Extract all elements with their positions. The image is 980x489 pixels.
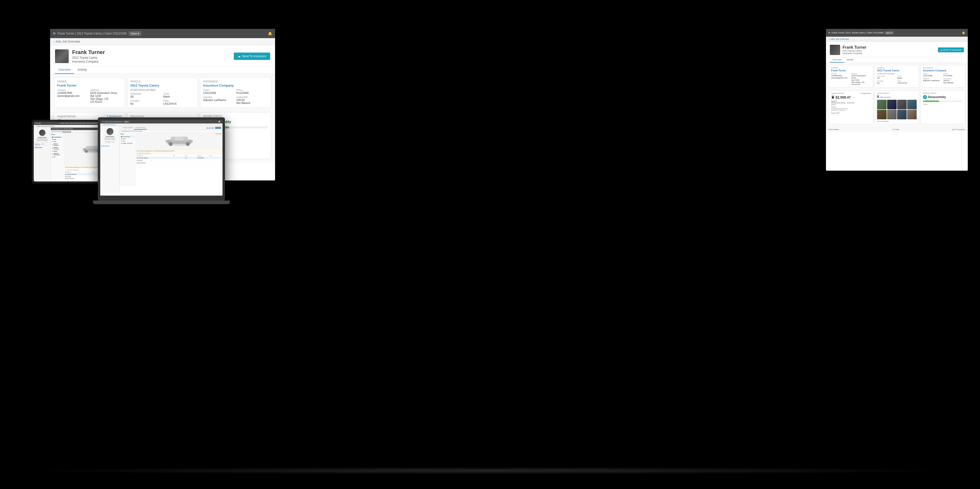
tablet-primary-estimate-tab[interactable]: Primary Estimate xyxy=(52,131,61,132)
tablet-trim-item[interactable]: Trim xyxy=(51,140,64,143)
tablet-interior-item[interactable]: Interior xyxy=(51,150,64,152)
sm-att-thumb-8[interactable] xyxy=(907,110,917,119)
laptop-back-item[interactable]: Back xyxy=(121,138,135,140)
sm-parts-footer: Parts Status 72 Parts QE Procedures xyxy=(826,127,968,132)
laptop-customer-vehicle: 2012 Toyota CamryInsurance Company xyxy=(101,137,119,140)
insurance-details: Claim CN123456 Policy Pn123466 Adjuster … xyxy=(203,89,268,104)
sm-export-rni-link[interactable]: Export RNI xyxy=(831,112,871,114)
sm-send-to-insurance-button[interactable]: ☁ Send To Insurance xyxy=(938,48,964,52)
tablet-engine-item[interactable]: Engine / Electrical xyxy=(51,143,64,146)
sm-amount-value: $2,508.47 xyxy=(835,96,851,99)
tablet-url[interactable]: repaircenter.mymitchell.com xyxy=(37,126,55,127)
laptop-bell-icon[interactable]: 🔔 xyxy=(218,121,221,123)
laptop-content: Frank Turner 2012 Toyota CamryInsurance … xyxy=(100,126,223,193)
sm-att-thumb-4[interactable] xyxy=(907,100,917,109)
tablet-frank-turner-link[interactable]: Frank Turner xyxy=(35,147,49,148)
sm-qe-procedures-link[interactable]: QE Procedures xyxy=(877,121,917,122)
tab-activity[interactable]: Activity xyxy=(74,66,90,74)
sm-header-left: ✉ Frank Turner | 2012 Toyota Camry | Cla… xyxy=(829,31,893,35)
sm-bell-icon[interactable]: 🔔 xyxy=(962,31,965,35)
laptop-tab-activity[interactable]: Activity xyxy=(111,141,115,143)
laptop-frank-turner-nav[interactable]: Frank Turner xyxy=(101,145,119,147)
vehicle-drivable-col: Drivable No xyxy=(130,99,162,105)
sm-calculator-icon: 🖩 xyxy=(831,96,835,99)
sm-send-btn-label: Send To Insurance xyxy=(943,49,961,51)
sm-open-btn[interactable]: Open ▾ xyxy=(885,31,894,35)
tab-overview[interactable]: Overview xyxy=(55,66,74,74)
contact-value: 1234567890owner@gmail.com xyxy=(57,91,89,97)
sm-owner-card: Owner Frank Turner Contact 1234567890own… xyxy=(829,65,873,88)
laptop-trim-item[interactable]: Trim xyxy=(121,140,135,142)
sm-att-thumb-7[interactable] xyxy=(897,110,907,119)
lh-qty: Qty xyxy=(173,155,185,156)
tablet-steering-item[interactable]: Steering / Suspension xyxy=(51,152,64,156)
sm-tab-overview[interactable]: Overview xyxy=(830,57,844,62)
breadcrumb-current: Job Overview xyxy=(62,40,80,43)
sm-disassembly-icon: ⚙ xyxy=(923,95,927,99)
laptop-fb-label: Front Bumper xyxy=(123,136,130,137)
laptop-view-detail-link[interactable]: View Detail xyxy=(215,133,221,134)
tablet-art-item[interactable]: Art xyxy=(51,156,64,158)
sm-supplement-label: Supplement xyxy=(862,92,871,94)
open-button[interactable]: Open ▾ xyxy=(129,31,141,36)
svg-rect-12 xyxy=(166,140,169,143)
sm-est-status: Status Completed (Not Sent)10/10/17 8:23… xyxy=(831,106,871,111)
customer-name: Frank Turner xyxy=(72,49,105,56)
front-bumper-label: Front Bumper xyxy=(54,137,61,138)
laptop-tab-overview[interactable]: Overview xyxy=(105,141,110,143)
sm-att-thumb-1[interactable] xyxy=(877,100,886,109)
sm-supplement-link[interactable]: ✎ Supplement xyxy=(860,92,871,94)
lr2-qty xyxy=(173,160,185,161)
sm-att-thumb-3[interactable] xyxy=(897,100,907,109)
cloud-upload-icon: ☁ xyxy=(238,54,240,58)
tablet-tab-activity[interactable]: Activity xyxy=(41,143,45,145)
send-to-insurance-button[interactable]: ☁ Send To Insurance xyxy=(234,53,270,60)
policy-value: Pn123466 xyxy=(237,91,268,94)
sm-att-thumb-2[interactable] xyxy=(887,100,897,109)
jobs-link[interactable]: Jobs xyxy=(55,40,61,43)
steering-label: Steering / Suspension xyxy=(54,153,63,156)
laptop-breadcrumb-jobs[interactable]: Jobs xyxy=(103,124,107,126)
vehicle-plate-col: Plate LN123YUC xyxy=(163,99,195,105)
vehicle-color-col: Color Black xyxy=(163,92,195,98)
laptop-front-bumper-item[interactable]: Front Bumper xyxy=(121,136,135,138)
notification-bell-icon[interactable]: 🔔 xyxy=(268,32,272,35)
laptop-parts-front-header: Front xyxy=(121,133,135,135)
sm-contact-col: Contact 1234567890owner@gmail.com xyxy=(831,73,850,86)
sm-tab-activity[interactable]: Activity xyxy=(844,57,856,62)
laptop-open-btn[interactable]: Open ▾ xyxy=(124,121,130,123)
owner-card: Owner Frank Turner Contact 1234567890own… xyxy=(54,78,125,108)
sm-contact-value: 1234567890owner@gmail.com xyxy=(831,75,850,79)
info-cards-row: Owner Frank Turner Contact 1234567890own… xyxy=(50,74,275,111)
sm-address-label: Address xyxy=(851,73,871,75)
laptop-tab-original[interactable]: Original Estimate xyxy=(134,126,147,130)
col-description: Description xyxy=(65,171,92,173)
lr1-hrs: 3.4 xyxy=(185,157,197,159)
laptop-main-tabs-left: Primary Estimate Original Estimate xyxy=(121,126,147,130)
tablet-original-estimate-tab[interactable]: Original Estimate xyxy=(62,131,71,132)
sm-system-value: Mitchell Estimating xyxy=(831,102,845,104)
sm-vehicle-vin: 4T1BF1FKXCU573664 xyxy=(877,73,917,75)
sm-job-left: Frank Turner 2012 Toyota Camry Insurance… xyxy=(830,45,867,55)
tablet-front-bumper-item[interactable]: Front Bumper xyxy=(51,136,64,138)
sm-footer-qe-procedures-link[interactable]: QE Procedures xyxy=(952,128,965,131)
tablet-back-icon[interactable]: ‹ xyxy=(35,126,36,127)
laptop-diagram-lines-panel: View Detail Use Procedure Explanations 1… xyxy=(136,132,223,186)
sm-att-thumb-5[interactable] xyxy=(877,110,886,119)
sm-customer-vehicle: 2012 Toyota Camry xyxy=(843,49,867,52)
laptop-engine-item[interactable]: Engine / Electrical xyxy=(121,142,135,144)
svg-point-10 xyxy=(169,142,173,146)
sm-estimator-value: User1 xyxy=(831,104,836,105)
submodel-value: SE xyxy=(130,95,162,98)
tablet-refresh-item[interactable]: Refresh Procedure xyxy=(51,147,64,150)
sm-att-thumb-6[interactable] xyxy=(887,110,897,119)
sm-progress-fill xyxy=(923,100,939,102)
sm-jobs-link[interactable]: Jobs xyxy=(830,38,835,40)
laptop-nav-tabs: Overview Activity xyxy=(101,141,119,143)
tablet-tab-overview[interactable]: Overview xyxy=(35,143,40,145)
laptop-breadcrumb-current: Job Overview xyxy=(107,124,115,126)
breadcrumb: ‹ Jobs Job Overview xyxy=(50,38,275,45)
tablet-back-item[interactable]: Back xyxy=(51,139,64,140)
lr3-amount xyxy=(197,162,210,164)
laptop-tab-primary[interactable]: Primary Estimate xyxy=(121,126,134,130)
